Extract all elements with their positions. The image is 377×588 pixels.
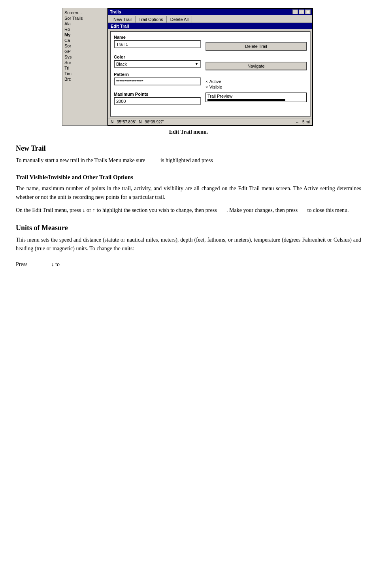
section-new-trail: New Trail To manually start a new trail … [16, 143, 361, 165]
visible-checkbox-icon[interactable]: × [205, 85, 208, 89]
trail-preview-label: Trail Preview [207, 94, 305, 98]
status-lon: 96°09.927' [145, 120, 164, 124]
sidebar-item-sor2: Sor [63, 43, 106, 49]
sidebar-item-gp: GP [63, 49, 106, 54]
menu-titlebar: Trails _ □ ✕ [108, 9, 312, 15]
navigate-container: Navigate [205, 55, 307, 70]
press-label: Press [16, 260, 28, 268]
name-row: Name Trail 1 Delete Trail [114, 35, 307, 53]
sidebar-item-ca: Ca [63, 38, 106, 43]
visible-checkbox-row: × Visible [205, 85, 307, 89]
press-row: Press ↓ to | [16, 260, 361, 269]
name-input[interactable]: Trail 1 [114, 40, 201, 48]
menu-window: Trails _ □ ✕ New Trail Trail Options Del… [107, 8, 313, 126]
sidebar-item-screen: Screen... [63, 10, 106, 15]
press-pipe: | [83, 260, 85, 269]
new-trail-body: To manually start a new trail in the Tra… [16, 156, 361, 165]
trail-preview-container: Trail Preview [205, 92, 307, 105]
status-arrow-icon: ↔ [295, 120, 299, 124]
sidebar-item-my: My [63, 32, 106, 38]
pattern-row: Pattern **************** × Active × [114, 72, 307, 90]
window-title: Trails [110, 9, 121, 14]
tab-new-trail[interactable]: New Trail [110, 16, 135, 23]
trail-visible-body2: On the Edit Trail menu, press ↓ or ↑ to … [16, 206, 361, 215]
checkboxes-container: × Active × Visible [205, 72, 307, 90]
delete-trail-button[interactable]: Delete Trail [205, 42, 307, 51]
max-points-container: Maximum Points 2000 [114, 92, 201, 105]
color-value: Black [116, 62, 127, 66]
active-checkbox-row: × Active [205, 79, 307, 84]
sidebar-item-ala: Ala [63, 21, 106, 26]
active-label: Active [209, 79, 221, 84]
section-trail-visible: Trail Visible/Invisible and Other Trail … [16, 173, 361, 215]
sidebar-item-tim: Tim [63, 71, 106, 76]
trail-visible-heading: Trail Visible/Invisible and Other Trail … [16, 173, 361, 182]
status-scale: 5 mi [302, 120, 310, 124]
new-trail-heading: New Trail [16, 143, 361, 154]
menu-wrapper: Screen... Sor Trails Ala Ro My Ca Sor GP… [62, 8, 315, 126]
units-heading: Units of Measure [16, 223, 361, 233]
dropdown-arrow-icon: ▼ [195, 62, 198, 66]
sidebar-item-brc: Brc [63, 76, 106, 82]
units-body: This menu sets the speed and distance (s… [16, 236, 361, 253]
active-tab-label: Edit Trail [108, 23, 312, 29]
sidebar-item-ro: Ro [63, 26, 106, 32]
pattern-input[interactable]: **************** [114, 78, 201, 85]
max-points-label: Maximum Points [114, 92, 201, 96]
delete-trail-container: Delete Trail [205, 35, 307, 53]
navigate-button[interactable]: Navigate [205, 62, 307, 70]
section-units: Units of Measure This menu sets the spee… [16, 223, 361, 269]
pattern-field-container: Pattern **************** [114, 72, 201, 90]
menu-tabs: New Trail Trail Options Delete All [108, 15, 312, 23]
page-content: Screen... Sor Trails Ala Ro My Ca Sor GP… [16, 8, 361, 269]
max-points-row: Maximum Points 2000 Trail Preview [114, 92, 307, 105]
color-row: Color Black ▼ Navigate [114, 55, 307, 70]
menu-screenshot: Screen... Sor Trails Ala Ro My Ca Sor GP… [16, 8, 361, 135]
status-lat-val: 35°57.898' [117, 120, 136, 124]
sidebar-panel: Screen... Sor Trails Ala Ro My Ca Sor GP… [62, 8, 107, 126]
pattern-label: Pattern [114, 72, 201, 77]
close-button[interactable]: ✕ [305, 9, 311, 14]
titlebar-buttons: _ □ ✕ [292, 9, 311, 14]
status-dir: N [111, 120, 113, 124]
visible-label: Visible [209, 85, 222, 89]
menu-caption: Edit Trail menu. [169, 129, 208, 135]
color-field-container: Color Black ▼ [114, 55, 201, 70]
menu-body: Name Trail 1 Delete Trail Color [110, 31, 311, 117]
status-bar: N 35°57.898' N 96°09.927' ↔ 5 mi [108, 119, 312, 125]
spacer [114, 107, 307, 113]
status-dir-label: N [139, 120, 141, 124]
sidebar-item-tri: Tri [63, 65, 106, 71]
sidebar-item-sys: Sys [63, 54, 106, 60]
name-field-container: Name Trail 1 [114, 35, 201, 53]
trail-preview-bar [207, 99, 285, 101]
press-arrow: ↓ to [51, 260, 60, 268]
color-select[interactable]: Black ▼ [114, 60, 201, 68]
sidebar-item-sur: Sur [63, 60, 106, 65]
color-label: Color [114, 55, 201, 59]
trail-visible-body1: The name, maximum number of points in th… [16, 184, 361, 202]
minimize-button[interactable]: _ [292, 9, 298, 14]
name-label: Name [114, 35, 201, 40]
tab-trail-options[interactable]: Trail Options [135, 16, 167, 23]
tab-delete-all[interactable]: Delete All [167, 16, 192, 23]
max-points-input[interactable]: 2000 [114, 97, 201, 105]
sidebar-item-sor: Sor Trails [63, 15, 106, 21]
status-lat: N 35°57.898' [111, 120, 136, 124]
maximize-button[interactable]: □ [299, 9, 304, 14]
active-checkbox-icon[interactable]: × [205, 79, 208, 84]
trail-preview-group: Trail Preview [205, 93, 307, 102]
